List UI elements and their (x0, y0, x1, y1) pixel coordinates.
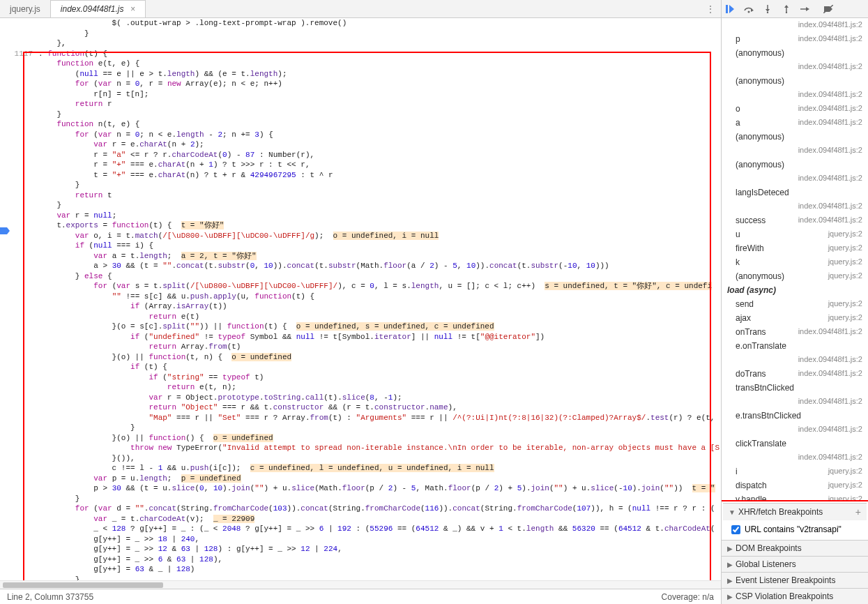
stack-frame[interactable]: index.094f48f1.js:2 (722, 451, 868, 465)
svg-marker-3 (751, 8, 754, 12)
stack-frame[interactable]: doTransindex.094f48f1.js:2 (722, 367, 868, 381)
debug-toolbar (722, 0, 868, 18)
stack-frame[interactable]: index.094f48f1.js:2 (722, 60, 868, 74)
stack-async-label: load (async) (722, 283, 868, 297)
close-icon[interactable]: × (130, 4, 135, 14)
stack-frame[interactable]: e.transBtnClicked (722, 409, 868, 423)
chevron-right-icon: ▶ (727, 545, 733, 552)
status-bar: Line 2, Column 373755 Coverage: n/a (0, 589, 721, 604)
stack-frame[interactable]: clickTranslate (722, 437, 868, 451)
event-listener-breakpoints-header[interactable]: ▶ Event Listener Breakpoints (722, 573, 868, 588)
add-icon[interactable]: + (855, 506, 861, 518)
svg-marker-6 (766, 9, 770, 12)
stack-frame[interactable]: transBtnClicked (722, 381, 868, 395)
stack-frame[interactable]: (anonymous) (722, 46, 868, 60)
stack-frame[interactable]: fireWithjquery.js:2 (722, 241, 868, 255)
tab-menu-icon[interactable]: ⋮ (700, 3, 721, 15)
breakpoint-gutter[interactable] (0, 18, 10, 580)
global-listeners-header[interactable]: ▶ Global Listeners (722, 557, 868, 572)
step-out-icon[interactable] (781, 3, 791, 14)
svg-marker-9 (784, 5, 789, 8)
step-into-icon[interactable] (762, 3, 772, 14)
panel-title: DOM Breakpoints (736, 543, 802, 553)
stack-frame[interactable]: kjquery.js:2 (722, 255, 868, 269)
svg-marker-2 (729, 5, 734, 13)
svg-point-4 (747, 10, 749, 13)
xhr-checkbox[interactable] (731, 525, 740, 534)
line-gutter: 1117 (10, 18, 36, 580)
stack-frame[interactable]: dispatchjquery.js:2 (722, 478, 868, 492)
cursor-position: Line 2, Column 373755 (7, 592, 93, 602)
csp-violation-breakpoints-header[interactable]: ▶ CSP Violation Breakpoints (722, 589, 868, 604)
tab-index[interactable]: index.094f48f1.js × (50, 0, 146, 17)
deactivate-breakpoints-icon[interactable] (823, 3, 833, 14)
svg-rect-1 (726, 5, 728, 13)
svg-marker-12 (806, 7, 809, 11)
stack-frame[interactable]: pindex.094f48f1.js:2 (722, 32, 868, 46)
xhr-breakpoints-header[interactable]: ▼ XHR/fetch Breakpoints + (723, 504, 867, 520)
horizontal-scrollbar[interactable] (0, 580, 721, 589)
stack-frame[interactable]: ijquery.js:2 (722, 465, 868, 478)
panel-title: CSP Violation Breakpoints (736, 591, 833, 601)
chevron-right-icon: ▶ (727, 561, 733, 568)
stack-frame[interactable]: index.094f48f1.js:2 (722, 199, 868, 213)
annotation-box-small: ▼ XHR/fetch Breakpoints + URL contains "… (722, 500, 868, 541)
xhr-breakpoint-item[interactable]: URL contains "v2transapi" (729, 523, 861, 536)
stack-frame[interactable]: oindex.094f48f1.js:2 (722, 102, 868, 116)
dom-breakpoints-header[interactable]: ▶ DOM Breakpoints (722, 541, 868, 556)
stack-frame[interactable]: ajaxjquery.js:2 (722, 311, 868, 325)
chevron-right-icon: ▶ (727, 577, 733, 584)
panel-title: Global Listeners (736, 559, 796, 569)
xhr-label: URL contains "v2transapi" (745, 524, 842, 534)
tab-label: index.094f48f1.js (61, 4, 124, 14)
stack-frame[interactable]: index.094f48f1.js:2 (722, 144, 868, 158)
stack-frame[interactable]: (anonymous)jquery.js:2 (722, 269, 868, 283)
stack-frame[interactable]: index.094f48f1.js:2 (722, 423, 868, 437)
stack-frame[interactable]: index.094f48f1.js:2 (722, 18, 868, 32)
stack-frame[interactable]: aindex.094f48f1.js:2 (722, 116, 868, 130)
code-body[interactable]: $( .output-wrap > .long-text-prompt-wrap… (36, 18, 721, 580)
stack-frame[interactable]: (anonymous) (722, 158, 868, 172)
svg-point-7 (766, 11, 768, 13)
stack-frame[interactable]: (anonymous) (722, 74, 868, 88)
code-editor[interactable]: 1117 $( .output-wrap > .long-text-prompt… (0, 18, 721, 580)
resume-icon[interactable] (724, 3, 735, 14)
panel-title: XHR/fetch Breakpoints (738, 507, 823, 517)
stack-frame[interactable]: e.onTranslate (722, 339, 868, 353)
stack-frame[interactable]: ujquery.js:2 (722, 227, 868, 241)
stack-frame[interactable]: index.094f48f1.js:2 (722, 88, 868, 102)
coverage-status: Coverage: n/a (662, 592, 714, 602)
line-number: 1117 (10, 49, 33, 59)
stack-frame[interactable]: onTransindex.094f48f1.js:2 (722, 325, 868, 339)
panel-title: Event Listener Breakpoints (736, 575, 835, 585)
tab-jquery[interactable]: jquery.js (0, 1, 50, 17)
execution-marker-icon (0, 227, 10, 234)
stack-frame[interactable]: index.094f48f1.js:2 (722, 172, 868, 186)
stack-frame[interactable]: langIsDeteced (722, 186, 868, 199)
stack-frame[interactable]: successindex.094f48f1.js:2 (722, 213, 868, 227)
chevron-down-icon: ▼ (729, 508, 736, 516)
call-stack[interactable]: index.094f48f1.js:2pindex.094f48f1.js:2(… (722, 18, 868, 501)
step-over-icon[interactable] (743, 3, 754, 14)
svg-marker-0 (0, 227, 10, 234)
scrollbar-thumb[interactable] (3, 582, 163, 588)
chevron-right-icon: ▶ (727, 593, 733, 601)
step-icon[interactable] (800, 3, 810, 14)
tab-bar: jquery.js index.094f48f1.js × ⋮ (0, 0, 721, 18)
stack-frame[interactable]: sendjquery.js:2 (722, 297, 868, 311)
stack-frame[interactable]: (anonymous) (722, 130, 868, 144)
svg-point-10 (785, 11, 786, 13)
stack-frame[interactable]: index.094f48f1.js:2 (722, 353, 868, 367)
stack-frame[interactable]: index.094f48f1.js:2 (722, 395, 868, 409)
